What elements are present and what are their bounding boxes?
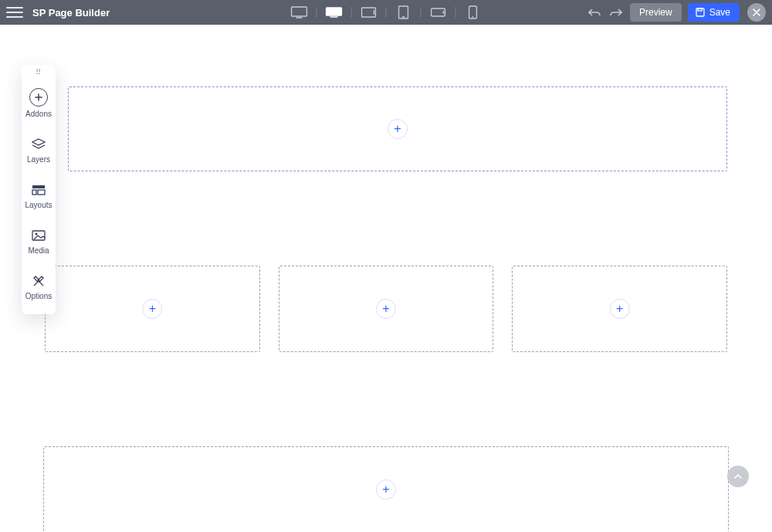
section-row[interactable]: + + + bbox=[45, 266, 727, 352]
redo-icon bbox=[610, 8, 622, 17]
save-icon bbox=[696, 8, 705, 17]
sidebar-item-layers[interactable]: Layers bbox=[22, 127, 56, 173]
section-row[interactable]: + bbox=[43, 446, 729, 532]
svg-rect-8 bbox=[32, 185, 45, 188]
add-addon-button[interactable]: + bbox=[610, 299, 630, 319]
add-addon-button[interactable]: + bbox=[376, 299, 396, 319]
tablet-landscape-icon bbox=[361, 7, 377, 18]
svg-rect-9 bbox=[32, 190, 36, 195]
sidebar-item-layouts[interactable]: Layouts bbox=[22, 173, 56, 219]
svg-rect-1 bbox=[327, 8, 342, 15]
section-row[interactable]: + bbox=[68, 86, 727, 171]
add-addon-button[interactable]: + bbox=[388, 119, 408, 139]
plus-icon: + bbox=[382, 483, 389, 496]
device-tablet[interactable] bbox=[388, 0, 419, 25]
undo-icon bbox=[588, 8, 601, 17]
side-toolbox: ⠿ Addons Layers Layouts Media Options bbox=[22, 65, 56, 314]
svg-rect-7 bbox=[698, 8, 702, 11]
plus-circle-icon bbox=[29, 88, 48, 107]
sidebar-item-media[interactable]: Media bbox=[22, 219, 56, 264]
sidebar-item-label: Options bbox=[25, 292, 52, 300]
device-desktop-large[interactable] bbox=[284, 0, 315, 25]
sidebar-item-addons[interactable]: Addons bbox=[22, 79, 56, 127]
section-column[interactable]: + bbox=[279, 266, 494, 352]
monitor-icon bbox=[326, 7, 343, 18]
device-switcher bbox=[284, 0, 489, 25]
topbar-right: Preview Save bbox=[587, 3, 766, 22]
sidebar-item-label: Media bbox=[28, 246, 49, 255]
device-desktop[interactable] bbox=[319, 0, 350, 25]
svg-rect-10 bbox=[38, 190, 45, 195]
monitor-large-icon bbox=[291, 6, 308, 19]
mobile-icon bbox=[469, 5, 478, 19]
add-addon-button[interactable]: + bbox=[142, 299, 162, 319]
menu-icon[interactable] bbox=[6, 4, 23, 21]
top-bar: SP Page Builder bbox=[0, 0, 772, 25]
sidebar-item-label: Layouts bbox=[25, 201, 52, 209]
device-separator bbox=[317, 7, 317, 18]
close-icon bbox=[753, 8, 760, 16]
device-separator bbox=[386, 7, 387, 18]
mobile-landscape-icon bbox=[431, 8, 446, 17]
save-button[interactable]: Save bbox=[688, 3, 740, 22]
device-tablet-landscape[interactable] bbox=[354, 0, 384, 25]
save-button-label: Save bbox=[709, 7, 730, 18]
sidebar-item-label: Addons bbox=[25, 110, 52, 118]
options-icon bbox=[31, 273, 46, 289]
device-separator bbox=[351, 7, 352, 18]
plus-icon: + bbox=[382, 303, 389, 315]
svg-point-12 bbox=[36, 233, 38, 236]
drag-handle-icon[interactable]: ⠿ bbox=[22, 65, 56, 79]
svg-rect-0 bbox=[292, 7, 307, 16]
device-separator bbox=[421, 7, 422, 18]
chevron-up-icon bbox=[734, 473, 742, 480]
device-mobile[interactable] bbox=[458, 0, 489, 25]
undo-button[interactable] bbox=[587, 5, 602, 20]
sidebar-item-options[interactable]: Options bbox=[22, 264, 56, 310]
sidebar-item-label: Layers bbox=[27, 155, 50, 164]
add-addon-button[interactable]: + bbox=[376, 479, 396, 500]
plus-icon: + bbox=[149, 303, 156, 315]
layers-icon bbox=[31, 137, 46, 152]
device-mobile-landscape[interactable] bbox=[423, 0, 454, 25]
scroll-top-button[interactable] bbox=[727, 466, 749, 487]
plus-icon: + bbox=[616, 303, 623, 315]
section-column[interactable]: + bbox=[45, 266, 260, 352]
tablet-icon bbox=[398, 5, 409, 19]
layouts-icon bbox=[31, 182, 46, 198]
redo-button[interactable] bbox=[608, 5, 624, 20]
close-button[interactable] bbox=[747, 3, 766, 22]
plus-icon: + bbox=[394, 123, 401, 135]
media-icon bbox=[31, 228, 46, 243]
device-separator bbox=[455, 7, 456, 18]
preview-button[interactable]: Preview bbox=[630, 3, 682, 22]
app-title: SP Page Builder bbox=[32, 7, 110, 19]
section-column[interactable]: + bbox=[512, 266, 727, 352]
